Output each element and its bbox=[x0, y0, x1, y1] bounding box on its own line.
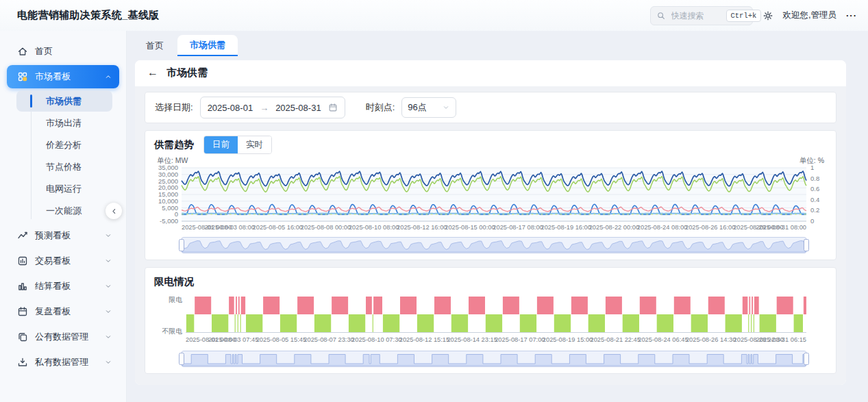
curtailed-block bbox=[332, 297, 348, 314]
filter-bar: 选择日期: 2025-08-01 → 2025-08-31 时刻点: 96点 bbox=[145, 92, 836, 123]
svg-text:2025-08-24 06:45: 2025-08-24 06:45 bbox=[638, 336, 688, 343]
curtailed-block bbox=[743, 297, 748, 314]
trend-zoom-slider[interactable] bbox=[154, 236, 827, 254]
date-range-picker[interactable]: 2025-08-01 → 2025-08-31 bbox=[200, 97, 345, 118]
curtailed-block bbox=[571, 297, 588, 314]
normal-block bbox=[794, 314, 803, 332]
normal-block bbox=[240, 314, 241, 332]
svg-text:2025-08-19 15:00: 2025-08-19 15:00 bbox=[543, 336, 593, 343]
trend-section: 供需趋势 日前实时 单位: MW单位: %35,00030,00025,0002… bbox=[145, 130, 836, 260]
sidebar-item-settle[interactable]: 结算看板 bbox=[7, 275, 119, 298]
svg-text:0.6: 0.6 bbox=[810, 185, 819, 192]
curtailed-block bbox=[366, 297, 372, 314]
calendar-icon bbox=[17, 306, 28, 317]
sidebar-item-review[interactable]: 复盘看板 bbox=[7, 300, 119, 323]
curtailment-section: 限电情况 限电不限电2025-08-01 00:002025-08-03 07:… bbox=[145, 267, 836, 374]
normal-block bbox=[691, 314, 708, 332]
curtailed-block bbox=[195, 297, 211, 314]
sidebar-item-label: 交易看板 bbox=[35, 255, 71, 267]
sidebar-item-label: 复盘看板 bbox=[35, 305, 71, 318]
sidebar-item-home[interactable]: 首页 bbox=[7, 40, 119, 63]
chevron-down-icon bbox=[104, 358, 112, 366]
zoom-slider-handle[interactable] bbox=[179, 240, 184, 251]
normal-block bbox=[235, 314, 236, 332]
trend-section-title: 供需趋势 bbox=[154, 138, 194, 151]
date-end-value[interactable]: 2025-08-31 bbox=[275, 103, 321, 113]
sidebar-item-market[interactable]: 市场看板 bbox=[7, 65, 119, 88]
svg-text:0.2: 0.2 bbox=[810, 206, 819, 214]
normal-block bbox=[373, 314, 373, 332]
date-start-value[interactable]: 2025-08-01 bbox=[208, 103, 253, 113]
sidebar-item-trade[interactable]: 交易看板 bbox=[7, 249, 119, 273]
svg-text:2025-08-14 23:15: 2025-08-14 23:15 bbox=[447, 336, 497, 343]
sidebar-subitem-4[interactable]: 电网运行 bbox=[16, 178, 112, 199]
svg-text:2025-08-26 14:30: 2025-08-26 14:30 bbox=[686, 336, 736, 343]
tab-0[interactable]: 首页 bbox=[135, 35, 175, 56]
normal-block bbox=[280, 314, 297, 332]
svg-text:2025-08-10 07:30: 2025-08-10 07:30 bbox=[351, 336, 401, 343]
svg-text:-5,000: -5,000 bbox=[160, 217, 178, 225]
normal-block bbox=[588, 314, 605, 332]
curtailed-block bbox=[263, 297, 280, 314]
welcome-user-label: 欢迎您,管理员 bbox=[783, 10, 836, 21]
normal-block bbox=[520, 314, 536, 332]
gear-icon[interactable] bbox=[762, 10, 773, 21]
normal-block bbox=[238, 314, 238, 332]
curtailed-block bbox=[236, 297, 237, 314]
sidebar-subitem-0[interactable]: 市场供需 bbox=[16, 90, 112, 112]
sidebar-item-label: 市场看板 bbox=[35, 71, 71, 83]
trend-toggle-0[interactable]: 日前 bbox=[204, 136, 238, 153]
calendar-icon bbox=[328, 103, 338, 112]
svg-text:2025-08-10 08:00: 2025-08-10 08:00 bbox=[349, 224, 399, 231]
sidebar-subitem-2[interactable]: 价差分析 bbox=[16, 134, 112, 155]
sidebar-subitem-1[interactable]: 市场出清 bbox=[16, 112, 112, 134]
sidebar-item-private-data[interactable]: 私有数据管理 bbox=[7, 351, 119, 374]
svg-text:2025-08-17 08:00: 2025-08-17 08:00 bbox=[493, 224, 543, 231]
curtailment-zoom-slider[interactable] bbox=[154, 350, 827, 368]
svg-text:0.4: 0.4 bbox=[810, 196, 819, 203]
sidebar-item-label: 结算看板 bbox=[35, 280, 71, 292]
normal-block bbox=[186, 314, 194, 332]
curtailed-block bbox=[754, 297, 759, 314]
quick-search[interactable]: Ctrl+k bbox=[650, 6, 753, 25]
timepoint-select[interactable]: 96点 bbox=[401, 97, 456, 118]
normal-block bbox=[417, 314, 434, 332]
curtailed-block bbox=[537, 297, 554, 314]
app-title: 电能营销辅助决策系统_基线版 bbox=[17, 9, 160, 22]
sidebar-subitem-5[interactable]: 一次能源 bbox=[16, 200, 112, 221]
normal-block bbox=[726, 314, 742, 332]
zoom-slider-handle[interactable] bbox=[804, 353, 809, 365]
app-header: 电能营销辅助决策系统_基线版 Ctrl+k 欢迎您,管理员 ··· bbox=[0, 0, 868, 31]
zoom-slider-handle[interactable] bbox=[179, 353, 184, 365]
trend-toggle-1[interactable]: 实时 bbox=[238, 136, 271, 153]
more-menu-button[interactable]: ··· bbox=[846, 10, 857, 21]
sidebar-collapse-button[interactable] bbox=[106, 203, 122, 219]
trend-icon bbox=[17, 230, 28, 241]
search-input[interactable] bbox=[670, 10, 722, 21]
svg-text:2025-08-31 06:15: 2025-08-31 06:15 bbox=[756, 336, 806, 343]
normal-block bbox=[451, 314, 468, 332]
normal-block bbox=[657, 314, 673, 332]
zoom-slider-handle[interactable] bbox=[804, 240, 809, 251]
content-card: ← 市场供需 选择日期: 2025-08-01 → 2025-08-31 时刻点… bbox=[135, 60, 846, 385]
svg-text:2025-08-22 00:00: 2025-08-22 00:00 bbox=[589, 224, 639, 231]
svg-text:1: 1 bbox=[810, 164, 814, 171]
sidebar-item-public-data[interactable]: 公有数据管理 bbox=[7, 325, 119, 349]
chevron-down-icon bbox=[442, 103, 450, 112]
back-arrow-icon[interactable]: ← bbox=[147, 67, 158, 78]
chevron-down-icon bbox=[104, 231, 112, 240]
curtailed-block bbox=[749, 297, 750, 314]
tab-1[interactable]: 市场供需 bbox=[177, 35, 238, 56]
trend-section-header: 供需趋势 日前实时 bbox=[154, 136, 827, 153]
svg-text:2025-08-05 16:00: 2025-08-05 16:00 bbox=[253, 224, 303, 231]
svg-text:2025-08-03 08:00: 2025-08-03 08:00 bbox=[204, 224, 254, 231]
sidebar-subitem-3[interactable]: 节点价格 bbox=[16, 156, 112, 177]
normal-block bbox=[246, 314, 262, 332]
sidebar-item-forecast[interactable]: 预测看板 bbox=[7, 224, 119, 247]
sidebar-item-label: 首页 bbox=[35, 45, 53, 58]
curtailed-block bbox=[777, 297, 793, 314]
curtailed-block bbox=[241, 297, 245, 314]
column-chart-icon bbox=[17, 281, 28, 292]
page-title: 市场供需 bbox=[166, 66, 208, 79]
svg-text:不限电: 不限电 bbox=[162, 327, 183, 335]
